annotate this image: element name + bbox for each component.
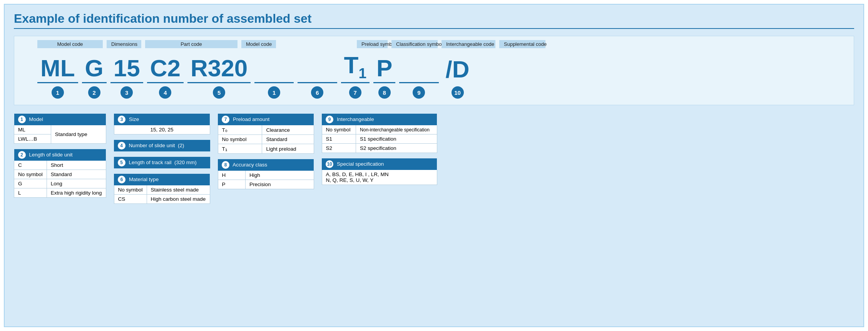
code-P: P 8 [373,55,395,99]
table-row: T₁ Light preload [218,144,314,154]
slide-desc-short: Short [47,161,106,170]
table-row: G Long [14,179,106,188]
circle-sm-5: 5 [118,159,125,166]
table-accuracy: 8 Accuracy class H High P Precision [218,159,314,189]
model-symbol-LWL: LWL…B [14,134,51,144]
char-C2: C2 [147,55,184,83]
char-R320: R320 [187,55,251,83]
preload-desc-standard: Standard [262,135,314,144]
char-P: P [373,55,395,83]
table-preload-header: 7 Preload amount [218,114,314,125]
char-G: G [82,55,107,83]
circle-sm-10: 10 [326,160,333,168]
material-symbol-nosymbol: No symbol [114,185,147,195]
material-symbol-CS: CS [114,195,147,204]
code-blank3: 9 [399,55,438,99]
table-length-slide-header: 2 Length of slide unit [14,149,106,161]
table-size: 3 Size 15, 20, 25 [114,114,210,134]
model-desc-standard: Standard type [51,125,106,144]
slide-symbol-G: G [14,179,47,188]
circle-sm-9: 9 [326,116,333,123]
code-ML: ML 1 [37,55,78,99]
circle-5: 5 [213,86,225,99]
table-size-header: 3 Size [114,114,210,125]
material-desc-stainless: Stainless steel made [147,185,210,195]
char-blank1 [254,55,294,83]
circle-sm-3: 3 [118,116,125,123]
interch-symbol-S2: S2 [322,144,356,153]
circle-sm-8: 8 [222,161,229,169]
table-model-header: 1 Model [14,114,106,125]
code-15: 15 3 [110,55,143,99]
material-desc-carbon: High carbon steel made [147,195,210,204]
table-col-2: 3 Size 15, 20, 25 4 [114,114,210,204]
code-R320: R320 5 [187,55,251,99]
special-spec-text: A, BS, D, E, HB, I , LR, MN N, Q, RE, S,… [322,170,437,185]
table-col-1: 1 Model ML Standard type LWL…B [14,114,106,198]
char-slashD: /D [443,56,473,83]
preload-desc-light: Light preload [262,144,314,154]
table-track-rail: 5 Length of track rail (320 mm) [114,157,210,168]
table-row: CS High carbon steel made [114,195,210,204]
table-row: S2 S2 specification [322,144,437,153]
preload-symbol-T1: T₁ [218,144,262,154]
label-dimensions: Dimensions [107,40,141,48]
table-model: 1 Model ML Standard type LWL…B [14,114,106,144]
char-ML: ML [37,55,78,83]
slide-desc-standard: Standard [47,170,106,179]
char-blank2 [298,55,337,83]
preload-symbol-T0: T₀ [218,125,262,135]
table-material-header: 6 Material type [114,174,210,185]
table-row: T₀ Clearance [218,125,314,135]
table-interchangeable: 9 Interchangeable No symbol Non-intercha… [322,114,437,153]
circle-sm-1: 1 [18,116,26,123]
tables-section: 1 Model ML Standard type LWL…B [14,114,854,204]
slide-symbol-C: C [14,161,47,170]
label-interchangeable-code: Interchangeable code [442,40,495,48]
table-row: P Precision [218,180,314,189]
table-length-slide: 2 Length of slide unit C Short No symbol… [14,149,106,198]
code-blank1: 1 [254,55,294,99]
table-special-header: 10 Special specification [322,158,437,170]
circle-1a: 1 [52,86,64,99]
table-special: 10 Special specification A, BS, D, E, HB… [322,158,437,185]
table-row: A, BS, D, E, HB, I , LR, MN N, Q, RE, S,… [322,170,437,185]
table-row: L Extra high rigidity long [14,188,106,198]
circle-6: 6 [311,86,323,99]
slide-symbol-L: L [14,188,47,198]
slide-desc-extra: Extra high rigidity long [47,188,106,198]
diagram-section: Model code Dimensions Part code Model co… [14,36,854,105]
label-preload-symbol: Preload symbol [357,40,388,48]
table-track-rail-header: 5 Length of track rail (320 mm) [114,157,210,168]
char-blank3 [399,55,438,83]
code-blank2: 6 [298,55,337,99]
table-row: No symbol Standard [218,135,314,144]
circle-3: 3 [120,86,133,99]
table-num-slide: 4 Number of slide unit (2) [114,140,210,151]
table-row: ML Standard type [14,125,106,134]
interch-symbol-nosymbol: No symbol [322,125,356,134]
label-part-code: Part code [145,40,237,48]
label-supplemental-code: Supplemental code [499,40,545,48]
preload-symbol-nosymbol: No symbol [218,135,262,144]
accuracy-symbol-H: H [218,171,245,180]
table-row: C Short [14,161,106,170]
table-preload: 7 Preload amount T₀ Clearance No symbol … [218,114,314,154]
accuracy-desc-high: High [245,171,314,180]
circle-sm-4: 4 [118,142,125,150]
circle-9: 9 [413,86,425,99]
slide-symbol-nosymbol: No symbol [14,170,47,179]
table-row: No symbol Stainless steel made [114,185,210,195]
preload-desc-clearance: Clearance [262,125,314,135]
circle-10: 10 [452,86,464,99]
circle-sm-6: 6 [118,176,125,183]
circle-4: 4 [159,86,171,99]
circle-2: 2 [88,86,100,99]
char-15: 15 [110,55,143,83]
label-model-code-2: Model code [241,40,276,48]
circle-sm-7: 7 [222,116,229,123]
code-T1: T1 7 [341,52,370,99]
circle-8: 8 [378,86,391,99]
table-row: No symbol Non-interchangeable specificat… [322,125,437,134]
code-D: /D 10 [443,56,473,99]
